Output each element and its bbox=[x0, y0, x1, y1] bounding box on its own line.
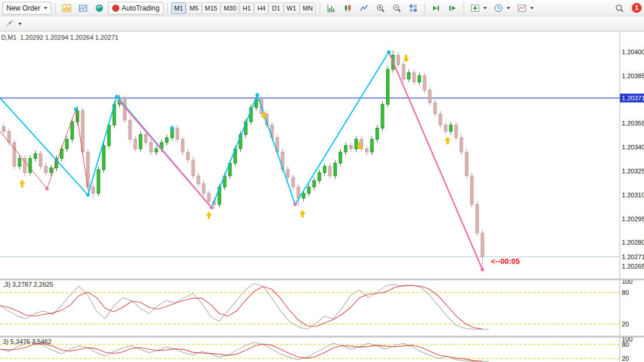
tile-windows-icon bbox=[408, 4, 418, 13]
svg-text:20: 20 bbox=[622, 321, 629, 328]
notification-badge[interactable]: 1 bbox=[632, 3, 642, 13]
pane-splitter-2[interactable] bbox=[0, 336, 644, 337]
chevron-down-icon bbox=[530, 7, 534, 9]
pane-splitter-1[interactable] bbox=[0, 279, 644, 280]
svg-text:80: 80 bbox=[622, 289, 629, 296]
svg-text:80: 80 bbox=[622, 341, 629, 348]
bar-chart-icon bbox=[327, 4, 336, 13]
svg-text:1.20280: 1.20280 bbox=[622, 239, 644, 246]
new-chart-plus-icon bbox=[470, 4, 480, 13]
auto-scroll-icon bbox=[431, 4, 441, 13]
toolbar-separator bbox=[424, 2, 425, 14]
zoom-out-button[interactable] bbox=[389, 2, 404, 15]
line-chart-icon bbox=[359, 4, 369, 13]
new-chart-dropdown-button[interactable] bbox=[468, 2, 490, 15]
zoom-in-icon bbox=[376, 4, 385, 13]
timeframe-H1[interactable]: H1 bbox=[240, 2, 254, 14]
chart-shift-icon bbox=[448, 4, 457, 13]
timeframe-H4[interactable]: H4 bbox=[254, 2, 268, 14]
timeframe-M30[interactable]: M30 bbox=[221, 2, 239, 14]
new-order-label: New Order bbox=[6, 4, 40, 12]
stochastic-2-label: 3) 5,3476 3,5462 bbox=[3, 338, 51, 345]
candlestick-chart-button[interactable] bbox=[340, 2, 355, 15]
toolbar-secondary bbox=[0, 16, 644, 32]
chart-ohlc-label: D,M1 1.20292 1.20294 1.20264 1.20271 bbox=[1, 34, 119, 41]
timeframe-MN[interactable]: MN bbox=[300, 2, 316, 14]
community-icon bbox=[95, 4, 104, 13]
svg-text:1.20310: 1.20310 bbox=[622, 192, 644, 199]
line-chart-button[interactable] bbox=[356, 2, 372, 15]
svg-text:1.20371: 1.20371 bbox=[622, 95, 644, 102]
clock-icon bbox=[494, 4, 503, 13]
chart-canvas[interactable]: 1.204001.203851.203701.203551.203401.203… bbox=[0, 0, 644, 362]
timeframe-M1[interactable]: M1 bbox=[171, 2, 186, 14]
candlestick-chart-icon bbox=[343, 4, 352, 13]
search-button[interactable] bbox=[612, 2, 627, 15]
timeframe-group: M1M5M15M30H1H4D1W1MN bbox=[171, 2, 316, 14]
timeframe-M15[interactable]: M15 bbox=[202, 2, 220, 14]
new-chart-icon bbox=[62, 4, 71, 13]
templates-dropdown-button[interactable] bbox=[514, 2, 536, 15]
mt4-window: 1.204001.203851.203701.203551.203401.203… bbox=[0, 0, 644, 362]
chart-shift-button[interactable] bbox=[445, 2, 460, 15]
chevron-down-icon bbox=[18, 23, 22, 25]
stochastic-1-label: ,3) 3,2787 2,2625 bbox=[3, 281, 53, 288]
chevron-down-icon bbox=[507, 7, 510, 9]
bar-chart-button[interactable] bbox=[324, 2, 339, 15]
profiles-icon bbox=[78, 4, 88, 13]
timeframe-W1[interactable]: W1 bbox=[284, 2, 300, 14]
tile-windows-button[interactable] bbox=[406, 2, 421, 15]
new-chart-button[interactable] bbox=[59, 2, 74, 15]
svg-text:1.20400: 1.20400 bbox=[622, 48, 644, 55]
svg-text:1.20265: 1.20265 bbox=[622, 263, 644, 270]
community-button[interactable] bbox=[92, 2, 107, 15]
line-studies-icon bbox=[5, 19, 15, 29]
svg-text:<--00:05: <--00:05 bbox=[491, 257, 520, 266]
chevron-down-icon bbox=[44, 7, 47, 9]
svg-text:1.20271: 1.20271 bbox=[622, 253, 644, 260]
svg-text:1.20295: 1.20295 bbox=[622, 215, 644, 222]
search-icon bbox=[615, 4, 624, 13]
auto-scroll-button[interactable] bbox=[428, 2, 444, 15]
svg-text:1.20340: 1.20340 bbox=[622, 144, 644, 151]
periods-dropdown-button[interactable] bbox=[491, 2, 513, 15]
toolbar-separator bbox=[55, 2, 56, 14]
svg-text:1.20385: 1.20385 bbox=[622, 72, 644, 79]
autotrading-label: AutoTrading bbox=[122, 4, 160, 12]
toolbar-separator bbox=[167, 2, 168, 14]
svg-text:20: 20 bbox=[622, 355, 629, 362]
svg-text:1.20325: 1.20325 bbox=[622, 168, 644, 175]
template-icon bbox=[517, 4, 527, 13]
autotrading-status-icon bbox=[112, 5, 119, 12]
timeframe-D1[interactable]: D1 bbox=[269, 2, 283, 14]
autotrading-button[interactable]: AutoTrading bbox=[108, 2, 164, 15]
new-order-button[interactable]: New Order bbox=[2, 2, 51, 15]
zoom-in-button[interactable] bbox=[373, 2, 388, 15]
svg-text:1.20355: 1.20355 bbox=[622, 120, 644, 127]
zoom-out-icon bbox=[392, 4, 401, 13]
toolbar-separator bbox=[463, 2, 464, 14]
profiles-button[interactable] bbox=[75, 2, 91, 15]
toolbar-separator bbox=[320, 2, 320, 14]
toolbar-main: New Order AutoTradi bbox=[0, 0, 644, 16]
chevron-down-icon bbox=[483, 7, 487, 9]
line-studies-dropdown-button[interactable] bbox=[2, 18, 25, 30]
timeframe-M5[interactable]: M5 bbox=[186, 2, 201, 14]
